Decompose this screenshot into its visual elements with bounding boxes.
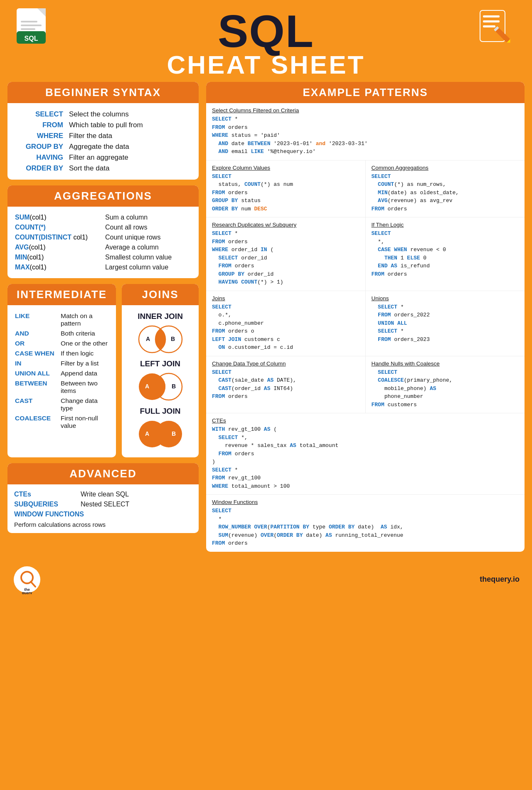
aggregations-body: SUM(col1) COUNT(*) COUNT(DISTINCT col1) …: [7, 207, 199, 278]
inter-row-cast: CAST Change data type: [15, 396, 108, 413]
example-title-nulls: Handle Nulls with Coalesce: [372, 360, 519, 367]
syntax-row-where: WHERE Filter the data: [15, 131, 191, 141]
svg-text:B: B: [172, 383, 176, 390]
svg-text:A: A: [145, 430, 149, 437]
syntax-key-having: HAVING: [15, 153, 69, 162]
agg-desc-avg: Average a column: [105, 242, 191, 252]
joins-header: JOINS: [122, 284, 199, 305]
syntax-row-having: HAVING Filter an aggregate: [15, 152, 191, 163]
inter-row-casewhen: CASE WHEN If then logic: [15, 348, 108, 358]
syntax-desc-select: Select the columns: [69, 110, 129, 118]
syntax-key-from: FROM: [15, 121, 69, 129]
inter-row-unionall: UNION ALL Append data: [15, 368, 108, 378]
footer-logo: the query: [12, 565, 42, 594]
svg-rect-9: [483, 15, 500, 17]
code-nulls: SELECT COALESCE(primary_phone, mobile_ph…: [372, 368, 519, 409]
code-dup: SELECT * FROM orders WHERE order_id IN (…: [212, 230, 360, 286]
right-column: EXAMPLE PATTERNS Select Columns Filtered…: [206, 82, 525, 552]
syntax-desc-from: Which table to pull from: [69, 121, 143, 129]
inter-key-casewhen: CASE WHEN: [15, 350, 61, 357]
code-unions: SELECT * FROM orders_2022 UNION ALL SELE…: [372, 303, 519, 344]
agg-desc-countd: Count unique rows: [105, 232, 191, 242]
agg-key-avg: AVG: [15, 244, 29, 251]
example-ctes: CTEs WITH rev_gt_100 AS ( SELECT *, reve…: [206, 413, 525, 495]
agg-row-avg: AVG(col1): [15, 242, 101, 252]
inter-row-like: LIKE Match on a pattern: [15, 311, 108, 328]
syntax-desc-where: Filter the data: [69, 132, 112, 140]
example-title-ifthen: If Then Logic: [372, 222, 519, 228]
inter-key-like: LIKE: [15, 312, 61, 327]
inter-desc-coalesce: First non-null value: [61, 415, 108, 430]
two-col-joins-unions: Joins SELECT o.*, c.phone_number FROM or…: [206, 291, 525, 356]
inter-row-in: IN Filter by a list: [15, 358, 108, 368]
example-title-dtype: Change Data Type of Column: [212, 360, 360, 367]
inter-desc-unionall: Append data: [61, 370, 97, 377]
example-title-ctes: CTEs: [212, 417, 519, 424]
inter-key-cast: CAST: [15, 397, 61, 412]
code-select-filtered: SELECT * FROM orders WHERE status = 'pai…: [212, 115, 519, 156]
two-col-dtype-nulls: Change Data Type of Column SELECT CAST(s…: [206, 356, 525, 414]
adv-row-ctes: CTEs Write clean SQL: [14, 489, 192, 499]
svg-text:A: A: [145, 383, 149, 390]
agg-key-min: MIN: [15, 254, 27, 261]
example-title-unions: Unions: [372, 295, 519, 301]
left-join-label: LEFT JOIN: [126, 359, 195, 368]
example-dup-col: Research Duplicates w/ Subquery SELECT *…: [206, 217, 366, 291]
code-ifthen: SELECT *, CASE WHEN revenue < 0 THEN 1 E…: [372, 230, 519, 278]
adv-desc-subqueries: Nested SELECT: [81, 501, 129, 508]
examples-header: EXAMPLE PATTERNS: [206, 82, 525, 103]
inter-desc-and: Both criteria: [61, 330, 95, 337]
svg-point-28: [155, 421, 182, 447]
adv-key-subqueries: SUBQUERIES: [14, 501, 81, 508]
inter-row-and: AND Both criteria: [15, 328, 108, 338]
main-content: BEGINNER SYNTAX SELECT Select the column…: [0, 82, 532, 559]
agg-key-sum: SUM: [15, 214, 30, 221]
agg-row-min: MIN(col1): [15, 252, 101, 262]
svg-text:B: B: [172, 430, 176, 437]
advanced-body: CTEs Write clean SQL SUBQUERIES Nested S…: [7, 484, 199, 533]
example-joins-col: Joins SELECT o.*, c.phone_number FROM or…: [206, 291, 366, 356]
svg-rect-10: [483, 20, 500, 22]
svg-rect-1: [17, 8, 37, 19]
svg-text:SQL: SQL: [25, 35, 38, 42]
syntax-key-groupby: GROUP BY: [15, 143, 69, 151]
syntax-table: SELECT Select the columns FROM Which tab…: [15, 109, 191, 174]
example-title-dup: Research Duplicates w/ Subquery: [212, 222, 360, 228]
page-footer: the query thequery.io: [0, 559, 532, 598]
syntax-key-orderby: ORDER BY: [15, 164, 69, 173]
syntax-row-groupby: GROUP BY Aggregate the data: [15, 141, 191, 152]
agg-table: SUM(col1) COUNT(*) COUNT(DISTINCT col1) …: [15, 212, 191, 272]
sql-file-icon: SQL: [12, 6, 58, 52]
inter-desc-casewhen: If then logic: [61, 350, 94, 357]
syntax-desc-having: Filter an aggregate: [69, 153, 128, 162]
svg-text:B: B: [171, 336, 175, 342]
full-join-venn: A B: [126, 417, 195, 451]
example-title-window-fn: Window Functions: [212, 499, 519, 505]
pencil-doc-icon: [474, 6, 520, 52]
svg-rect-11: [483, 25, 495, 27]
intermediate-section: INTERMEDIATE LIKE Match on a pattern AND…: [7, 284, 116, 457]
agg-key-max: MAX: [15, 264, 30, 271]
joins-body: INNER JOIN A B: [122, 305, 199, 457]
agg-key-count: COUNT(*): [15, 224, 46, 231]
intermediate-joins-row: INTERMEDIATE LIKE Match on a pattern AND…: [7, 284, 199, 457]
agg-row-countd: COUNT(DISTINCT col1): [15, 232, 101, 242]
inter-desc-between: Between two items: [61, 380, 108, 395]
svg-rect-6: [21, 25, 42, 26]
the-query-logo-icon: the query: [12, 565, 42, 594]
inner-join-label: INNER JOIN: [126, 312, 195, 321]
adv-row-subqueries: SUBQUERIES Nested SELECT: [14, 499, 192, 509]
svg-rect-5: [21, 21, 37, 22]
syntax-key-select: SELECT: [15, 110, 69, 118]
inter-key-unionall: UNION ALL: [15, 370, 61, 377]
inter-key-coalesce: COALESCE: [15, 415, 61, 430]
agg-row-max: MAX(col1): [15, 262, 101, 272]
example-unions-col: Unions SELECT * FROM orders_2022 UNION A…: [366, 291, 525, 356]
inter-desc-in: Filter by a list: [61, 360, 99, 367]
example-ifthen-col: If Then Logic SELECT *, CASE WHEN revenu…: [366, 217, 525, 291]
code-common-agg: SELECT COUNT(*) as num_rows, MIN(date) a…: [372, 173, 519, 213]
agg-desc-min: Smallest column value: [105, 252, 191, 262]
syntax-desc-orderby: Sort the data: [69, 164, 109, 173]
aggregations-section: AGGREGATIONS SUM(col1) COUNT(*) COUNT(DI…: [7, 185, 199, 278]
beginner-syntax-section: BEGINNER SYNTAX SELECT Select the column…: [7, 82, 199, 180]
